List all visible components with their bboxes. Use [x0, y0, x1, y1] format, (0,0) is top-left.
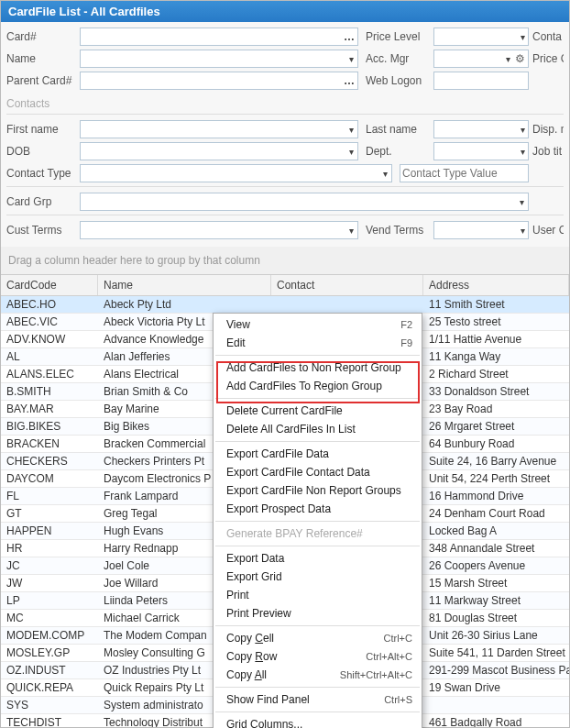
- cell-code: BRACKEN: [1, 437, 98, 450]
- menu-copy-cell[interactable]: Copy CellCtrl+C: [214, 629, 422, 647]
- cell-addr: 291-299 Mascot Business Park: [423, 664, 569, 677]
- cell-addr: 348 Annandale Street: [423, 542, 569, 555]
- label-last-name: Last name: [362, 123, 430, 136]
- web-logon-field[interactable]: [433, 72, 529, 90]
- menu-view[interactable]: ViewF2: [214, 315, 422, 334]
- name-field[interactable]: ▾: [80, 50, 358, 68]
- menu-print[interactable]: Print: [214, 586, 422, 604]
- menu-export-grid[interactable]: Export Grid: [214, 568, 422, 586]
- chevron-down-icon[interactable]: ▾: [517, 32, 528, 42]
- ellipsis-icon[interactable]: …: [341, 74, 357, 87]
- label-web-logon: Web Logon: [362, 74, 430, 87]
- cell-code: MOSLEY.GP: [1, 646, 98, 659]
- cell-addr: Suite 541, 11 Darden Street: [423, 646, 569, 659]
- cell-code: ADV.KNOW: [1, 333, 98, 346]
- cell-addr: 64 Bunbury Road: [423, 437, 569, 450]
- cell-addr: Suite 24, 16 Barry Avenue: [423, 455, 569, 468]
- menu-delete-all[interactable]: Delete All CardFiles In List: [214, 420, 422, 438]
- price-level-field[interactable]: ▾: [433, 28, 529, 46]
- filter-form: Card# … Price Level ▾ Conta Name ▾ Acc. …: [1, 22, 569, 247]
- cell-addr: 15 Marsh Street: [423, 577, 569, 590]
- cust-terms-field[interactable]: ▾: [80, 221, 358, 239]
- cell-code: BAY.MAR: [1, 403, 98, 415]
- menu-export-cardfile[interactable]: Export CardFile Data: [214, 445, 422, 463]
- cell-code: HAPPEN: [1, 524, 98, 537]
- ellipsis-icon[interactable]: …: [341, 30, 357, 43]
- menu-copy-all[interactable]: Copy AllShift+Ctrl+Alt+C: [214, 666, 422, 684]
- col-address[interactable]: Address: [423, 275, 569, 295]
- window-title: CardFile List - All Cardfiles: [1, 1, 569, 22]
- cell-code: ABEC.VIC: [1, 315, 98, 328]
- cell-code: FL: [1, 490, 98, 502]
- chevron-down-icon[interactable]: ▾: [345, 125, 357, 135]
- cell-addr: Unit 54, 224 Perth Street: [423, 472, 569, 485]
- cell-code: TECHDIST: [1, 716, 98, 727]
- group-panel[interactable]: Drag a column header here to group by th…: [1, 247, 569, 274]
- contact-type-field[interactable]: ▾: [80, 164, 392, 182]
- col-name[interactable]: Name: [98, 275, 271, 295]
- chevron-down-icon[interactable]: ▾: [503, 54, 512, 64]
- label-userc-cut: User C: [532, 224, 564, 237]
- contact-type-value-field[interactable]: [400, 164, 529, 182]
- cell-addr: 11 Smith Street: [423, 298, 569, 311]
- cell-code: OZ.INDUST: [1, 664, 98, 677]
- vend-terms-field[interactable]: ▾: [433, 221, 529, 239]
- cell-addr: 2 Richard Street: [423, 368, 569, 381]
- cell-addr: 26 Mrgaret Street: [423, 420, 569, 433]
- cell-code: HR: [1, 542, 98, 555]
- menu-add-nonreport[interactable]: Add CardFiles to Non Report Group: [214, 358, 422, 377]
- cell-code: QUICK.REPA: [1, 681, 98, 694]
- chevron-down-icon[interactable]: ▾: [345, 147, 357, 157]
- parent-card-field[interactable]: …: [80, 72, 358, 90]
- menu-edit[interactable]: EditF9: [214, 334, 422, 352]
- cell-addr: 33 Donaldson Street: [423, 385, 569, 398]
- chevron-down-icon[interactable]: ▾: [517, 226, 528, 236]
- cell-addr: 25 Testo street: [423, 315, 569, 328]
- chevron-down-icon[interactable]: ▾: [517, 125, 528, 135]
- col-cardcode[interactable]: CardCode: [1, 275, 98, 295]
- label-acc-mgr: Acc. Mgr: [362, 52, 430, 65]
- chevron-down-icon[interactable]: ▾: [379, 169, 391, 179]
- menu-grid-columns[interactable]: Grid Columns...: [214, 715, 422, 728]
- cell-code: DAYCOM: [1, 472, 98, 485]
- menu-print-preview[interactable]: Print Preview: [214, 604, 422, 623]
- label-dept: Dept.: [362, 145, 430, 158]
- menu-delete-current[interactable]: Delete Current CardFile: [214, 402, 422, 420]
- menu-find-panel[interactable]: Show Find PanelCtrl+S: [214, 690, 422, 709]
- menu-add-region[interactable]: Add CardFiles To Region Group: [214, 377, 422, 395]
- cell-code: LP: [1, 594, 98, 607]
- menu-export-nonreport[interactable]: Export CardFile Non Report Groups: [214, 481, 422, 500]
- label-vend-terms: Vend Terms: [362, 224, 430, 237]
- cell-code: BIG.BIKES: [1, 420, 98, 433]
- chevron-down-icon[interactable]: ▾: [516, 197, 529, 207]
- menu-export-prospect[interactable]: Export Prospect Data: [214, 500, 422, 518]
- label-name: Name: [6, 52, 76, 65]
- label-cust-terms: Cust Terms: [6, 224, 76, 237]
- cell-addr: 81 Douglas Street: [423, 612, 569, 624]
- dob-field[interactable]: ▾: [80, 142, 358, 160]
- label-disp-cut: Disp. n: [532, 123, 564, 136]
- col-contact[interactable]: Contact: [271, 275, 423, 295]
- cell-code: CHECKERS: [1, 455, 98, 468]
- gear-icon[interactable]: ⚙: [512, 52, 528, 65]
- card-no-field[interactable]: …: [80, 28, 358, 46]
- menu-export-data[interactable]: Export Data: [214, 549, 422, 568]
- menu-copy-row[interactable]: Copy RowCtrl+Alt+C: [214, 647, 422, 666]
- last-name-field[interactable]: ▾: [433, 120, 529, 138]
- menu-bpay: Generate BPAY Reference#: [214, 524, 422, 543]
- cell-code: AL: [1, 350, 98, 363]
- chevron-down-icon[interactable]: ▾: [345, 226, 357, 236]
- chevron-down-icon[interactable]: ▾: [345, 54, 357, 64]
- acc-mgr-field[interactable]: ▾⚙: [433, 50, 529, 68]
- table-row[interactable]: ABEC.HOAbeck Pty Ltd11 Smith Street: [1, 296, 569, 314]
- cell-addr: 26 Coopers Avenue: [423, 559, 569, 572]
- cell-addr: 19 Swan Drive: [423, 681, 569, 694]
- dept-field[interactable]: ▾: [433, 142, 529, 160]
- menu-export-contact[interactable]: Export CardFile Contact Data: [214, 463, 422, 481]
- chevron-down-icon[interactable]: ▾: [517, 147, 528, 157]
- cell-addr: Unit 26-30 Sirius Lane: [423, 629, 569, 642]
- first-name-field[interactable]: ▾: [80, 120, 358, 138]
- card-grp-field[interactable]: ▾: [80, 193, 529, 211]
- cell-code: ABEC.HO: [1, 298, 98, 311]
- cell-addr: 1/11 Hattie Avenue: [423, 333, 569, 346]
